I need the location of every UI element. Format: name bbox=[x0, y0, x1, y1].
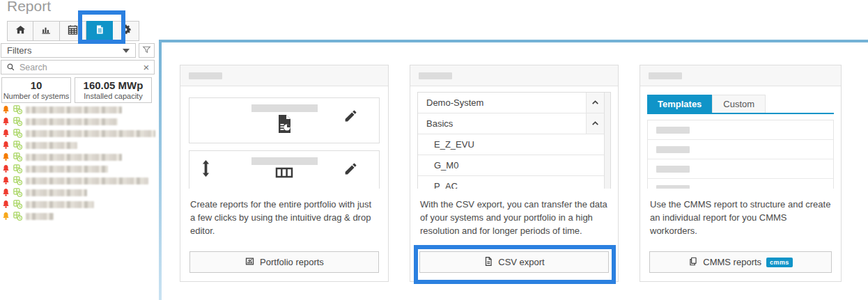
report-document-icon bbox=[94, 24, 105, 38]
filters-label: Filters bbox=[7, 45, 31, 56]
system-clock-icon bbox=[13, 175, 23, 186]
card-header bbox=[180, 65, 388, 86]
csv-parameter-row[interactable]: P_AC bbox=[418, 176, 610, 189]
template-list-item[interactable] bbox=[648, 179, 833, 189]
clear-search-icon[interactable]: × bbox=[139, 61, 154, 73]
main-panel-top-border bbox=[159, 40, 868, 42]
cmms-badge: cmms bbox=[766, 258, 793, 267]
filter-funnel-button[interactable] bbox=[139, 43, 155, 58]
redacted-system-name bbox=[26, 213, 54, 220]
stat-installed-capacity: 160.05 MWp Installed capacity bbox=[75, 77, 152, 103]
system-list-item[interactable] bbox=[1, 116, 155, 127]
systems-parameter-list: Demo-SystemBasicsE_Z_EVUG_M0P_AC bbox=[417, 92, 611, 189]
stat-number-of-systems: 10 Number of systems bbox=[1, 77, 71, 103]
toolbar bbox=[7, 21, 139, 41]
stat-value: 160.05 MWp bbox=[84, 80, 144, 92]
alarm-bell-icon bbox=[1, 199, 10, 210]
parameter-label: G_M0 bbox=[434, 160, 458, 171]
system-list-item[interactable] bbox=[1, 139, 155, 151]
redacted-system-name bbox=[26, 118, 118, 125]
placeholder-title-bar bbox=[189, 72, 222, 79]
system-list-item[interactable] bbox=[1, 175, 155, 187]
template-list-item[interactable] bbox=[648, 120, 833, 140]
portfolio-reports-card: Create reports for the entire portfolio … bbox=[180, 65, 389, 282]
alarm-bell-icon bbox=[1, 152, 10, 163]
system-list-item[interactable] bbox=[1, 163, 155, 175]
report-cards: Create reports for the entire portfolio … bbox=[180, 65, 842, 282]
search-input[interactable] bbox=[20, 63, 139, 72]
drag-drop-editor-preview bbox=[180, 86, 388, 189]
template-list-item[interactable] bbox=[648, 159, 833, 179]
search-box: × bbox=[1, 60, 155, 74]
template-list bbox=[647, 120, 834, 189]
csv-parameter-row[interactable]: E_Z_EVU bbox=[418, 134, 610, 155]
csv-export-button[interactable]: CSV export bbox=[419, 251, 609, 273]
template-list-item[interactable] bbox=[648, 140, 833, 159]
redacted-system-name bbox=[26, 189, 87, 196]
funnel-icon bbox=[142, 45, 151, 57]
system-clock-icon bbox=[13, 116, 23, 127]
system-list-item[interactable] bbox=[1, 198, 155, 210]
edit-pencil-icon[interactable] bbox=[343, 109, 358, 126]
placeholder-bar bbox=[656, 166, 690, 173]
toolbar-button-settings[interactable] bbox=[113, 21, 139, 41]
toolbar-button-monitoring[interactable] bbox=[60, 21, 86, 41]
system-clock-icon bbox=[13, 104, 23, 115]
system-clock-icon bbox=[13, 211, 23, 221]
card-description: Use the CMMS report to structure and cre… bbox=[640, 189, 841, 251]
filters-dropdown[interactable]: Filters bbox=[1, 43, 136, 58]
copy-pages-icon bbox=[688, 256, 698, 269]
stat-label: Number of systems bbox=[3, 92, 70, 100]
card-description: With the CSV export, you can transfer th… bbox=[410, 189, 618, 251]
system-clock-icon bbox=[13, 199, 23, 210]
toolbar-button-analysis[interactable] bbox=[33, 21, 60, 41]
placeholder-bar bbox=[656, 127, 690, 134]
home-icon bbox=[15, 24, 26, 38]
alarm-bell-icon bbox=[1, 140, 10, 151]
system-list-item[interactable] bbox=[1, 210, 155, 222]
cmms-templates-preview: Templates Custom bbox=[640, 86, 841, 189]
toolbar-button-home[interactable] bbox=[7, 21, 33, 41]
system-list-item[interactable] bbox=[1, 104, 155, 116]
alarm-bell-icon bbox=[1, 128, 10, 139]
csv-group-row[interactable]: Basics bbox=[418, 113, 610, 134]
cmms-reports-card: Templates Custom Use the CMMS report to … bbox=[640, 65, 842, 282]
chevron-up-icon[interactable] bbox=[586, 113, 604, 134]
table-icon bbox=[275, 167, 293, 181]
csv-group-row[interactable]: Demo-System bbox=[418, 93, 610, 113]
placeholder-title-bar bbox=[649, 72, 682, 79]
report-page: Report Filters × 10 bbox=[0, 0, 868, 300]
chevron-up-icon[interactable] bbox=[586, 93, 604, 113]
parameter-label: P_AC bbox=[434, 181, 458, 189]
system-clock-icon bbox=[13, 152, 23, 162]
system-list bbox=[1, 104, 155, 222]
system-list-item[interactable] bbox=[1, 187, 155, 198]
portfolio-stats: 10 Number of systems 160.05 MWp Installe… bbox=[1, 77, 152, 103]
alarm-bell-icon bbox=[1, 116, 10, 127]
redacted-system-name bbox=[26, 201, 94, 208]
system-list-item[interactable] bbox=[1, 127, 155, 139]
edit-pencil-icon[interactable] bbox=[343, 161, 358, 179]
calendar-table-icon bbox=[67, 24, 79, 38]
page-title: Report bbox=[7, 0, 51, 15]
redacted-system-name bbox=[26, 142, 77, 149]
redacted-system-name bbox=[26, 177, 148, 184]
cmms-reports-button[interactable]: CMMS reports cmms bbox=[649, 251, 832, 273]
tab-templates[interactable]: Templates bbox=[647, 95, 712, 113]
system-clock-icon bbox=[13, 187, 23, 198]
tab-custom[interactable]: Custom bbox=[712, 95, 766, 113]
report-block-preview bbox=[189, 97, 380, 143]
portfolio-reports-button[interactable]: Portfolio reports bbox=[189, 251, 379, 273]
scrollbar[interactable] bbox=[604, 93, 610, 189]
system-list-item[interactable] bbox=[1, 151, 155, 163]
button-label: Portfolio reports bbox=[260, 257, 324, 267]
placeholder-bar bbox=[251, 104, 318, 112]
card-description: Create reports for the entire portfolio … bbox=[180, 189, 388, 251]
group-label: Basics bbox=[426, 118, 453, 129]
redacted-system-name bbox=[26, 106, 122, 113]
toolbar-button-report[interactable] bbox=[86, 21, 113, 41]
report-block-preview bbox=[189, 150, 380, 189]
csv-parameter-row[interactable]: G_M0 bbox=[418, 155, 610, 176]
chevron-down-icon bbox=[123, 49, 130, 53]
placeholder-bar bbox=[251, 157, 318, 165]
